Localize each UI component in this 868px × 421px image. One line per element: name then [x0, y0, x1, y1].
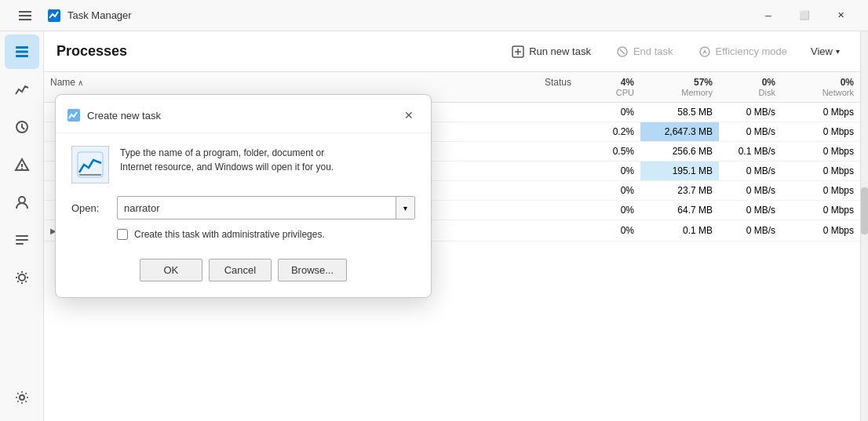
- dialog-title: Create new task: [87, 110, 392, 122]
- create-new-task-dialog: Create new task ✕ Type the name of a pro…: [55, 94, 432, 298]
- dialog-body: Type the name of a program, folder, docu…: [56, 133, 431, 297]
- svg-rect-6: [16, 55, 28, 57]
- browse-button[interactable]: Browse...: [278, 259, 347, 281]
- svg-rect-4: [16, 46, 28, 49]
- svg-rect-0: [19, 11, 31, 13]
- sidebar-item-processes[interactable]: [5, 34, 39, 69]
- dialog-windows-icon: [71, 146, 109, 183]
- open-label: Open:: [71, 202, 109, 214]
- sidebar-item-startup[interactable]: [5, 147, 39, 182]
- efficiency-icon: [698, 45, 711, 58]
- col-header-network[interactable]: 0% Network: [782, 72, 860, 102]
- dialog-title-bar: Create new task ✕: [56, 95, 431, 133]
- svg-rect-25: [79, 174, 101, 176]
- end-task-button[interactable]: End task: [607, 41, 683, 63]
- col-header-status[interactable]: Status: [483, 72, 578, 102]
- svg-rect-2: [19, 19, 31, 20]
- col-header-disk[interactable]: 0% Disk: [719, 72, 782, 102]
- sidebar-item-history[interactable]: [5, 110, 39, 144]
- window-controls: ─ ⬜ ✕: [750, 3, 859, 28]
- app-icon: [47, 9, 61, 23]
- cancel-button[interactable]: Cancel: [209, 259, 272, 281]
- sidebar-item-services[interactable]: [5, 260, 39, 295]
- dialog-input-wrap: ▾: [117, 196, 415, 220]
- svg-point-10: [21, 168, 23, 169]
- sidebar-item-settings[interactable]: [5, 380, 39, 415]
- close-button[interactable]: ✕: [822, 3, 859, 28]
- end-task-icon: [616, 45, 629, 58]
- svg-point-15: [19, 274, 25, 281]
- svg-rect-5: [16, 51, 28, 53]
- svg-rect-13: [16, 239, 28, 241]
- svg-rect-12: [16, 235, 28, 237]
- dialog-info-row: Type the name of a program, folder, docu…: [71, 146, 415, 183]
- run-task-icon: [512, 45, 524, 58]
- svg-point-16: [20, 395, 24, 400]
- dropdown-button[interactable]: ▾: [396, 197, 414, 219]
- dialog-description: Type the name of a program, folder, docu…: [120, 146, 334, 174]
- view-button[interactable]: View ▾: [803, 41, 848, 62]
- admin-privileges-label: Create this task with administrative pri…: [134, 229, 325, 240]
- maximize-button[interactable]: ⬜: [786, 3, 822, 28]
- svg-rect-1: [19, 15, 31, 16]
- title-bar: Task Manager ─ ⬜ ✕: [0, 0, 868, 31]
- page-title: Processes: [57, 43, 496, 60]
- dialog-buttons: OK Cancel Browse...: [71, 252, 415, 285]
- toolbar: Processes Run new task End task Efficien…: [44, 31, 860, 72]
- svg-line-21: [620, 49, 625, 54]
- sidebar-item-performance[interactable]: [5, 72, 39, 107]
- svg-rect-14: [16, 243, 24, 245]
- sidebar-item-details[interactable]: [5, 223, 39, 257]
- open-input[interactable]: [118, 199, 396, 217]
- ok-button[interactable]: OK: [140, 259, 202, 281]
- col-header-cpu[interactable]: 4% CPU: [578, 72, 640, 102]
- dialog-field-row: Open: ▾: [71, 196, 415, 220]
- sidebar: [0, 31, 44, 421]
- hamburger-button[interactable]: [9, 3, 41, 28]
- task-manager-icon: [76, 151, 104, 179]
- svg-point-11: [19, 197, 25, 203]
- app-title: Task Manager: [67, 9, 132, 21]
- dialog-close-button[interactable]: ✕: [398, 104, 420, 126]
- col-header-memory[interactable]: 57% Memory: [640, 72, 719, 102]
- scrollbar[interactable]: [860, 31, 868, 421]
- efficiency-mode-button[interactable]: Efficiency mode: [689, 41, 797, 63]
- minimize-button[interactable]: ─: [750, 3, 786, 28]
- admin-privileges-checkbox[interactable]: [117, 229, 128, 240]
- run-new-task-button[interactable]: Run new task: [502, 41, 600, 63]
- dialog-checkbox-row: Create this task with administrative pri…: [71, 229, 415, 240]
- view-chevron-icon: ▾: [836, 47, 840, 56]
- sidebar-item-users[interactable]: [5, 185, 39, 220]
- dialog-app-icon: [67, 108, 81, 122]
